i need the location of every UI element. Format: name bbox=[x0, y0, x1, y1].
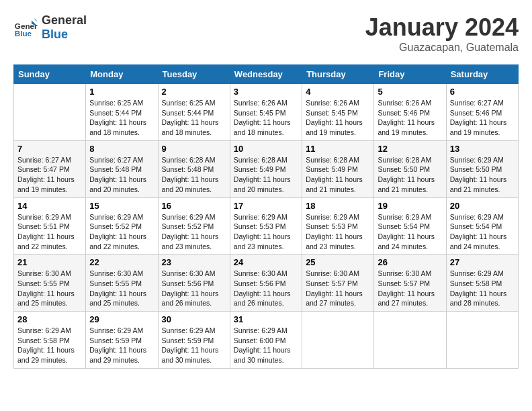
day-number: 29 bbox=[89, 314, 154, 324]
day-info: Sunrise: 6:26 AM Sunset: 5:45 PM Dayligh… bbox=[306, 98, 370, 138]
day-number: 5 bbox=[378, 87, 442, 97]
day-info: Sunrise: 6:28 AM Sunset: 5:50 PM Dayligh… bbox=[378, 155, 442, 195]
day-info: Sunrise: 6:29 AM Sunset: 5:59 PM Dayligh… bbox=[162, 326, 226, 365]
day-number: 22 bbox=[89, 257, 154, 267]
day-number: 7 bbox=[17, 144, 82, 154]
day-number: 8 bbox=[89, 144, 154, 154]
logo-general: General bbox=[42, 13, 87, 28]
day-number: 9 bbox=[162, 144, 226, 154]
day-info: Sunrise: 6:27 AM Sunset: 5:46 PM Dayligh… bbox=[450, 98, 515, 138]
day-info: Sunrise: 6:29 AM Sunset: 5:51 PM Dayligh… bbox=[17, 212, 82, 252]
day-number: 2 bbox=[162, 87, 226, 97]
calendar-cell: 5Sunrise: 6:26 AM Sunset: 5:46 PM Daylig… bbox=[374, 84, 446, 141]
day-info: Sunrise: 6:28 AM Sunset: 5:48 PM Dayligh… bbox=[162, 155, 226, 195]
day-number: 13 bbox=[450, 144, 515, 154]
calendar-cell: 15Sunrise: 6:29 AM Sunset: 5:52 PM Dayli… bbox=[86, 197, 158, 255]
day-number: 18 bbox=[306, 201, 370, 211]
calendar-cell: 19Sunrise: 6:29 AM Sunset: 5:54 PM Dayli… bbox=[374, 197, 446, 255]
calendar-cell: 29Sunrise: 6:29 AM Sunset: 5:59 PM Dayli… bbox=[86, 312, 158, 369]
day-number: 14 bbox=[17, 201, 82, 211]
day-number: 28 bbox=[17, 314, 82, 324]
day-info: Sunrise: 6:30 AM Sunset: 5:56 PM Dayligh… bbox=[162, 269, 226, 308]
calendar-cell: 9Sunrise: 6:28 AM Sunset: 5:48 PM Daylig… bbox=[158, 140, 230, 197]
calendar-cell: 13Sunrise: 6:29 AM Sunset: 5:50 PM Dayli… bbox=[446, 140, 518, 197]
calendar-cell: 12Sunrise: 6:28 AM Sunset: 5:50 PM Dayli… bbox=[374, 140, 446, 197]
day-number: 30 bbox=[162, 314, 226, 324]
logo: General Blue General Blue bbox=[13, 13, 87, 42]
calendar-cell: 6Sunrise: 6:27 AM Sunset: 5:46 PM Daylig… bbox=[446, 84, 518, 141]
month-title: January 2024 bbox=[365, 13, 519, 42]
calendar-cell: 1Sunrise: 6:25 AM Sunset: 5:44 PM Daylig… bbox=[86, 84, 158, 141]
day-info: Sunrise: 6:28 AM Sunset: 5:49 PM Dayligh… bbox=[234, 155, 298, 195]
day-header-saturday: Saturday bbox=[446, 65, 518, 84]
calendar-cell: 27Sunrise: 6:29 AM Sunset: 5:58 PM Dayli… bbox=[446, 255, 518, 312]
calendar-body: 1Sunrise: 6:25 AM Sunset: 5:44 PM Daylig… bbox=[14, 84, 519, 369]
day-info: Sunrise: 6:30 AM Sunset: 5:55 PM Dayligh… bbox=[17, 269, 82, 308]
day-info: Sunrise: 6:29 AM Sunset: 5:52 PM Dayligh… bbox=[162, 212, 226, 252]
day-info: Sunrise: 6:27 AM Sunset: 5:47 PM Dayligh… bbox=[17, 155, 82, 195]
logo-blue: Blue bbox=[42, 28, 87, 42]
svg-text:Blue: Blue bbox=[15, 29, 32, 38]
calendar-cell: 21Sunrise: 6:30 AM Sunset: 5:55 PM Dayli… bbox=[14, 255, 86, 312]
day-number: 16 bbox=[162, 201, 226, 211]
day-info: Sunrise: 6:27 AM Sunset: 5:48 PM Dayligh… bbox=[89, 155, 154, 195]
day-header-tuesday: Tuesday bbox=[158, 65, 230, 84]
day-header-friday: Friday bbox=[374, 65, 446, 84]
page-header: General Blue General Blue January 2024 G… bbox=[13, 13, 519, 54]
day-number: 17 bbox=[234, 201, 298, 211]
day-info: Sunrise: 6:30 AM Sunset: 5:57 PM Dayligh… bbox=[378, 269, 442, 308]
day-number: 1 bbox=[89, 87, 154, 97]
calendar-cell: 2Sunrise: 6:25 AM Sunset: 5:44 PM Daylig… bbox=[158, 84, 230, 141]
location: Guazacapan, Guatemala bbox=[365, 42, 519, 54]
day-number: 21 bbox=[17, 257, 82, 267]
day-number: 26 bbox=[378, 257, 442, 267]
calendar-cell: 17Sunrise: 6:29 AM Sunset: 5:53 PM Dayli… bbox=[230, 197, 302, 255]
calendar-cell: 10Sunrise: 6:28 AM Sunset: 5:49 PM Dayli… bbox=[230, 140, 302, 197]
day-number: 23 bbox=[162, 257, 226, 267]
logo-icon: General Blue bbox=[13, 15, 38, 40]
day-info: Sunrise: 6:29 AM Sunset: 6:00 PM Dayligh… bbox=[234, 326, 298, 365]
day-info: Sunrise: 6:29 AM Sunset: 5:53 PM Dayligh… bbox=[234, 212, 298, 252]
day-number: 11 bbox=[306, 144, 370, 154]
calendar-cell: 11Sunrise: 6:28 AM Sunset: 5:49 PM Dayli… bbox=[302, 140, 374, 197]
calendar-cell: 18Sunrise: 6:29 AM Sunset: 5:53 PM Dayli… bbox=[302, 197, 374, 255]
calendar-cell: 22Sunrise: 6:30 AM Sunset: 5:55 PM Dayli… bbox=[86, 255, 158, 312]
calendar-cell: 7Sunrise: 6:27 AM Sunset: 5:47 PM Daylig… bbox=[14, 140, 86, 197]
day-number: 20 bbox=[450, 201, 515, 211]
day-info: Sunrise: 6:30 AM Sunset: 5:56 PM Dayligh… bbox=[234, 269, 298, 308]
calendar-cell: 31Sunrise: 6:29 AM Sunset: 6:00 PM Dayli… bbox=[230, 312, 302, 369]
day-info: Sunrise: 6:28 AM Sunset: 5:49 PM Dayligh… bbox=[306, 155, 370, 195]
day-info: Sunrise: 6:29 AM Sunset: 5:52 PM Dayligh… bbox=[89, 212, 154, 252]
day-info: Sunrise: 6:29 AM Sunset: 5:53 PM Dayligh… bbox=[306, 212, 370, 252]
week-row-2: 7Sunrise: 6:27 AM Sunset: 5:47 PM Daylig… bbox=[14, 140, 519, 197]
calendar-cell: 4Sunrise: 6:26 AM Sunset: 5:45 PM Daylig… bbox=[302, 84, 374, 141]
day-info: Sunrise: 6:25 AM Sunset: 5:44 PM Dayligh… bbox=[89, 98, 154, 138]
day-info: Sunrise: 6:29 AM Sunset: 5:58 PM Dayligh… bbox=[17, 326, 82, 365]
day-number: 31 bbox=[234, 314, 298, 324]
day-header-wednesday: Wednesday bbox=[230, 65, 302, 84]
day-info: Sunrise: 6:30 AM Sunset: 5:55 PM Dayligh… bbox=[89, 269, 154, 308]
day-info: Sunrise: 6:29 AM Sunset: 5:59 PM Dayligh… bbox=[89, 326, 154, 365]
calendar-cell: 3Sunrise: 6:26 AM Sunset: 5:45 PM Daylig… bbox=[230, 84, 302, 141]
day-info: Sunrise: 6:29 AM Sunset: 5:54 PM Dayligh… bbox=[450, 212, 515, 252]
calendar-cell: 14Sunrise: 6:29 AM Sunset: 5:51 PM Dayli… bbox=[14, 197, 86, 255]
week-row-3: 14Sunrise: 6:29 AM Sunset: 5:51 PM Dayli… bbox=[14, 197, 519, 255]
day-number: 10 bbox=[234, 144, 298, 154]
day-info: Sunrise: 6:26 AM Sunset: 5:45 PM Dayligh… bbox=[234, 98, 298, 138]
day-number: 3 bbox=[234, 87, 298, 97]
calendar-cell: 28Sunrise: 6:29 AM Sunset: 5:58 PM Dayli… bbox=[14, 312, 86, 369]
day-info: Sunrise: 6:30 AM Sunset: 5:57 PM Dayligh… bbox=[306, 269, 370, 308]
day-header-monday: Monday bbox=[86, 65, 158, 84]
day-info: Sunrise: 6:26 AM Sunset: 5:46 PM Dayligh… bbox=[378, 98, 442, 138]
calendar-cell: 8Sunrise: 6:27 AM Sunset: 5:48 PM Daylig… bbox=[86, 140, 158, 197]
day-number: 24 bbox=[234, 257, 298, 267]
calendar-cell: 23Sunrise: 6:30 AM Sunset: 5:56 PM Dayli… bbox=[158, 255, 230, 312]
calendar-cell: 24Sunrise: 6:30 AM Sunset: 5:56 PM Dayli… bbox=[230, 255, 302, 312]
day-info: Sunrise: 6:29 AM Sunset: 5:58 PM Dayligh… bbox=[450, 269, 515, 308]
calendar-cell bbox=[14, 84, 86, 141]
day-info: Sunrise: 6:25 AM Sunset: 5:44 PM Dayligh… bbox=[162, 98, 226, 138]
week-row-5: 28Sunrise: 6:29 AM Sunset: 5:58 PM Dayli… bbox=[14, 312, 519, 369]
day-number: 25 bbox=[306, 257, 370, 267]
week-row-4: 21Sunrise: 6:30 AM Sunset: 5:55 PM Dayli… bbox=[14, 255, 519, 312]
calendar-cell bbox=[374, 312, 446, 369]
